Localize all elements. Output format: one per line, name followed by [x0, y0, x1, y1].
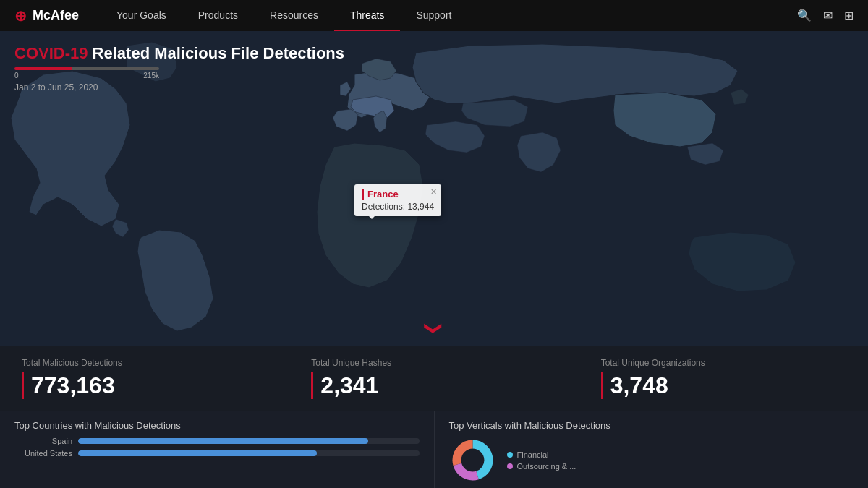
logo[interactable]: ⊕ McAfee [14, 7, 79, 25]
range-bar-labels: 0 215k [14, 72, 159, 80]
nav-links: Your Goals Products Resources Threats Su… [101, 0, 797, 31]
tooltip-close[interactable]: ✕ [430, 187, 437, 197]
stat-value-0: 773,163 [22, 372, 267, 399]
range-max: 215k [143, 72, 159, 80]
tooltip-detections: Detections: 13,944 [362, 202, 434, 212]
range-bar [14, 67, 344, 70]
bar-fill-1 [78, 450, 317, 456]
donut-svg [449, 437, 496, 484]
legend-dot-0 [507, 452, 513, 458]
nav-support[interactable]: Support [400, 0, 467, 31]
map-heading: COVID-19 Related Malicious File Detectio… [14, 44, 344, 63]
nav-products[interactable]: Products [182, 0, 254, 31]
bar-row-1: United States [14, 449, 420, 458]
logo-icon: ⊕ [14, 7, 27, 25]
stat-label-0: Total Malicious Detections [22, 358, 267, 368]
countries-chart-title: Top Countries with Malicious Detections [14, 420, 420, 431]
legend-label-0: Financial [517, 450, 549, 459]
verticals-chart-title: Top Verticals with Malicious Detections [449, 420, 854, 431]
stat-malicious-detections: Total Malicious Detections 773,163 [0, 346, 289, 411]
mail-button[interactable]: ✉ [823, 9, 833, 22]
legend-item-0: Financial [507, 450, 576, 459]
range-bar-track [14, 67, 159, 70]
map-section: COVID-19 Related Malicious File Detectio… [0, 31, 868, 346]
map-date-range: Jan 2 to Jun 25, 2020 [14, 82, 344, 93]
logo-text: McAfee [33, 8, 79, 23]
countries-chart: Top Countries with Malicious Detections … [0, 411, 435, 488]
legend-label-1: Outsourcing & ... [517, 462, 576, 471]
bar-track-1 [78, 450, 420, 456]
bar-fill-0 [78, 438, 368, 444]
bar-row-0: Spain [14, 437, 420, 445]
nav-your-goals[interactable]: Your Goals [101, 0, 182, 31]
covid-text: COVID-19 [14, 44, 88, 62]
bar-track-0 [78, 438, 420, 444]
map-title-area: COVID-19 Related Malicious File Detectio… [14, 44, 344, 93]
bar-label-1: United States [14, 449, 72, 458]
verticals-chart: Top Verticals with Malicious Detections … [435, 411, 869, 488]
stat-label-1: Total Unique Hashes [311, 358, 556, 368]
range-min: 0 [14, 72, 19, 80]
nav-threats[interactable]: Threats [334, 0, 400, 31]
bar-label-0: Spain [14, 437, 72, 445]
legend-dot-1 [507, 463, 513, 469]
donut-legend: Financial Outsourcing & ... [507, 450, 576, 471]
donut-area: Financial Outsourcing & ... [449, 437, 854, 484]
navigation: ⊕ McAfee Your Goals Products Resources T… [0, 0, 868, 31]
charts-row: Top Countries with Malicious Detections … [0, 411, 868, 488]
stat-label-2: Total Unique Organizations [601, 358, 846, 368]
stats-row: Total Malicious Detections 773,163 Total… [0, 346, 868, 411]
tooltip-country: France [362, 189, 434, 200]
tooltip-detections-value: 13,944 [407, 202, 434, 212]
stat-unique-hashes: Total Unique Hashes 2,341 [289, 346, 579, 411]
nav-resources[interactable]: Resources [254, 0, 334, 31]
grid-button[interactable]: ⊞ [844, 9, 854, 22]
map-scroll-down[interactable]: ❯ [424, 321, 444, 335]
tooltip-detections-label: Detections: [362, 202, 405, 212]
stat-unique-orgs: Total Unique Organizations 3,748 [579, 346, 868, 411]
nav-icon-group: 🔍 ✉ ⊞ [797, 9, 854, 22]
donut-chart [449, 437, 496, 484]
stat-value-1: 2,341 [311, 372, 556, 399]
legend-item-1: Outsourcing & ... [507, 462, 576, 471]
search-button[interactable]: 🔍 [797, 9, 812, 22]
stat-value-2: 3,748 [601, 372, 846, 399]
heading-suffix: Related Malicious File Detections [88, 44, 344, 62]
map-tooltip: ✕ France Detections: 13,944 [354, 184, 441, 216]
